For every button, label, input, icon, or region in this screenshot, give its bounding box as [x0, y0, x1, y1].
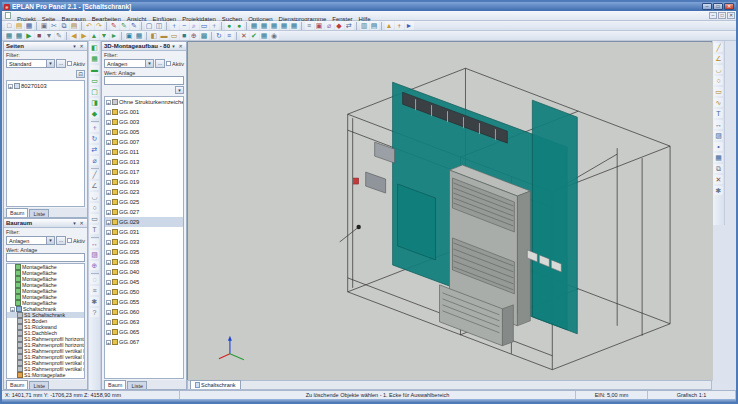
mirror-icon[interactable]: ⇄ — [90, 145, 99, 154]
move-icon[interactable]: ＋ — [90, 123, 99, 132]
pages-tree-item[interactable]: +80270103 — [7, 81, 84, 91]
chevron-down-icon[interactable]: ▼ — [46, 237, 54, 244]
erase-icon[interactable]: ✕ — [714, 175, 723, 184]
layers-icon[interactable]: ≡ — [90, 286, 99, 295]
help-icon[interactable]: ? — [90, 308, 99, 317]
down-icon[interactable]: ▼ — [100, 31, 109, 40]
snap-icon[interactable]: ⊕ — [90, 261, 99, 270]
settings-icon[interactable]: ✱ — [90, 297, 99, 306]
forward-icon[interactable]: ▶ — [80, 31, 89, 40]
new-page-icon[interactable]: □ — [5, 21, 14, 30]
polyline-icon[interactable]: ∠ — [90, 181, 99, 190]
red-marker[interactable] — [354, 178, 359, 184]
layer-icon[interactable]: ≡ — [305, 21, 314, 30]
print-icon[interactable]: ▣ — [40, 21, 49, 30]
expander-icon[interactable]: + — [106, 120, 111, 125]
graphic-image-icon[interactable]: ▦ — [714, 153, 723, 162]
minimize-button[interactable]: – — [702, 3, 712, 10]
group-icon[interactable]: ⧉ — [714, 164, 723, 173]
tab-baum[interactable]: Baum — [6, 380, 28, 389]
rotate-icon[interactable]: ↻ — [215, 31, 224, 40]
line-icon[interactable]: ╱ — [90, 170, 99, 179]
graphic-polyline-icon[interactable]: ∠ — [714, 54, 723, 63]
montage-tree-item[interactable]: +GG.003 — [105, 117, 183, 127]
montage-tree-item[interactable]: +GG.017 — [105, 167, 183, 177]
expander-icon[interactable]: + — [106, 230, 111, 235]
pages-collapse-button[interactable]: ⊡ — [76, 70, 85, 78]
expander-icon[interactable]: + — [106, 140, 111, 145]
zoom-in-icon[interactable]: ＋ — [170, 21, 179, 30]
insert-unit-icon[interactable]: ▦ — [135, 31, 144, 40]
montage-tree-item[interactable]: +GG.045 — [105, 277, 183, 287]
save-icon[interactable]: ▦ — [25, 21, 34, 30]
hatch-icon[interactable]: ▨ — [90, 250, 99, 259]
expander-icon[interactable]: + — [106, 190, 111, 195]
expander-icon[interactable]: + — [106, 280, 111, 285]
filter-icon[interactable]: ▼ — [45, 31, 54, 40]
align-icon[interactable]: ≡ — [225, 31, 234, 40]
bauraum-panel-header[interactable]: Bauraum ▾ ✕ — [4, 219, 87, 228]
edit-blue-icon[interactable]: ✎ — [130, 21, 139, 30]
enclosure-icon[interactable]: ▦ — [260, 31, 269, 40]
montage-tree-item[interactable]: +Ohne Strukturkennzeichen — [105, 97, 183, 107]
expander-icon[interactable]: + — [106, 330, 111, 335]
report-icon[interactable]: ▤ — [370, 21, 379, 30]
montage-tree-item[interactable]: +GG.023 — [105, 187, 183, 197]
graphic-circle-icon[interactable]: ○ — [714, 76, 723, 85]
insert-part-icon[interactable]: ▣ — [125, 31, 134, 40]
expander-icon[interactable]: + — [106, 200, 111, 205]
montage-tree[interactable]: +Ohne Strukturkennzeichen+GG.001+GG.003+… — [104, 96, 184, 379]
frame-green-icon[interactable]: ▢ — [90, 87, 99, 96]
chevron-down-icon[interactable]: ▼ — [145, 60, 153, 67]
graphic-text-icon[interactable]: T — [714, 109, 723, 118]
chevron-down-icon[interactable]: ▼ — [46, 60, 54, 67]
panel-close-icon[interactable]: ✕ — [177, 43, 184, 50]
pan-icon[interactable]: ＋ — [210, 21, 219, 30]
expander-icon[interactable]: + — [106, 270, 111, 275]
3d-viewport[interactable] — [187, 41, 712, 380]
box3d-green-icon[interactable]: ◆ — [90, 109, 99, 118]
mounting-rail-icon[interactable]: ▬ — [160, 31, 169, 40]
montage-tree-item[interactable]: +GG.065 — [105, 327, 183, 337]
montage-tree-item[interactable]: +GG.005 — [105, 127, 183, 137]
update-icon[interactable]: ● — [225, 21, 234, 30]
device-nav-icon[interactable]: ▦ — [5, 31, 14, 40]
jump-icon[interactable]: ► — [110, 31, 119, 40]
tab-baum[interactable]: Baum — [6, 208, 28, 217]
checkbox-icon[interactable] — [67, 61, 72, 66]
graphic-spline-icon[interactable]: ∿ — [714, 98, 723, 107]
edit-icon[interactable]: ✎ — [55, 31, 64, 40]
montage-tree-item[interactable]: +GG.019 — [105, 177, 183, 187]
edit-red-icon[interactable]: ✎ — [110, 21, 119, 30]
close-button[interactable]: ✕ — [724, 3, 734, 10]
check-icon[interactable]: ✔ — [250, 31, 259, 40]
goto-icon[interactable]: ► — [405, 21, 414, 30]
tab-baum[interactable]: Baum — [104, 380, 126, 389]
circle-icon[interactable]: ○ — [90, 203, 99, 212]
scale-status[interactable]: Grafisch 1:1 — [648, 391, 736, 399]
text-icon[interactable]: T — [90, 225, 99, 234]
montage-tree-item[interactable]: +GG.011 — [105, 147, 183, 157]
expander-icon[interactable]: + — [106, 240, 111, 245]
montage-tree-item[interactable]: +GG.060 — [105, 307, 183, 317]
expander-icon[interactable]: + — [106, 180, 111, 185]
open-project-icon[interactable]: ▤ — [15, 21, 24, 30]
pages-filter-dropdown[interactable]: Standard ▼ — [6, 59, 55, 68]
expander-icon[interactable]: + — [106, 300, 111, 305]
tab-liste[interactable]: Liste — [127, 381, 147, 389]
duct-green-icon[interactable]: ▭ — [90, 76, 99, 85]
graphic-point-icon[interactable]: • — [714, 142, 723, 151]
graphic-line-icon[interactable]: ╱ — [714, 43, 723, 52]
view-icon[interactable]: ▢ — [145, 21, 154, 30]
zoom-window-icon[interactable]: ⌕ — [190, 21, 199, 30]
paste-icon[interactable]: ▤ — [70, 21, 79, 30]
table-icon[interactable]: ▥ — [360, 21, 369, 30]
door-panel[interactable] — [532, 100, 577, 334]
expander-icon[interactable]: + — [106, 110, 111, 115]
arc-icon[interactable]: ◡ — [90, 192, 99, 201]
montage-filter-active-checkbox[interactable]: Aktiv — [166, 61, 184, 67]
assembly-icon[interactable]: ▦ — [15, 31, 24, 40]
montage-tree-item[interactable]: +GG.007 — [105, 137, 183, 147]
expander-icon[interactable]: + — [106, 310, 111, 315]
link-icon[interactable]: ⇄ — [345, 21, 354, 30]
